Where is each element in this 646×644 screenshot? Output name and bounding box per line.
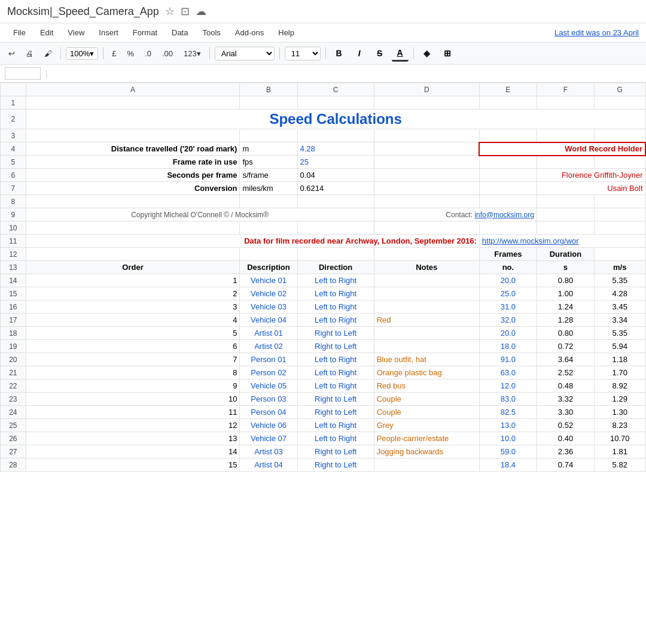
cell-unit-spf[interactable]: s/frame: [240, 169, 297, 182]
col-header-duration-s[interactable]: s: [537, 261, 594, 274]
cell-duration[interactable]: 0.72: [537, 340, 594, 353]
fill-color-button[interactable]: ◈: [419, 45, 435, 62]
cell-dir[interactable]: Right to Left: [297, 327, 374, 340]
cell-dir[interactable]: Right to Left: [297, 340, 374, 353]
cell-order[interactable]: 7: [26, 353, 240, 366]
cell-label-framerate[interactable]: Frame rate in use: [26, 156, 240, 169]
cell-d6[interactable]: [374, 169, 479, 182]
cell-dir[interactable]: Right to Left: [297, 406, 374, 419]
print-button[interactable]: 🖨: [22, 47, 37, 60]
cell-desc[interactable]: Vehicle 04: [240, 314, 297, 327]
decimal-down-button[interactable]: .0: [141, 47, 155, 60]
cell-c3[interactable]: [297, 129, 374, 142]
cell-dir[interactable]: Left to Right: [297, 419, 374, 432]
cell-d4[interactable]: [374, 142, 479, 156]
cell-duration-header[interactable]: Duration: [537, 248, 594, 261]
cell-b3[interactable]: [240, 129, 297, 142]
cell-unit-conversion[interactable]: miles/km: [240, 182, 297, 195]
cell-frames[interactable]: 63.0: [479, 366, 537, 379]
cell-notes[interactable]: [374, 300, 479, 314]
col-header-b[interactable]: B: [240, 83, 297, 96]
cell-g10[interactable]: [595, 221, 645, 235]
cell-speed[interactable]: 5.94: [595, 340, 645, 353]
cell-duration[interactable]: 1.24: [537, 300, 594, 314]
cell-b12[interactable]: [240, 248, 297, 261]
cell-desc[interactable]: Person 04: [240, 406, 297, 419]
page-title[interactable]: Speed Calculations: [26, 110, 645, 129]
cell-notes[interactable]: Couple: [374, 393, 479, 406]
cell-dir[interactable]: Right to Left: [297, 458, 374, 472]
col-header-notes[interactable]: Notes: [374, 261, 479, 274]
cell-dir[interactable]: Left to Right: [297, 379, 374, 393]
cell-d1[interactable]: [374, 96, 479, 110]
cell-copyright[interactable]: Copyright Micheál O'Connell © / Mocksim®: [26, 208, 374, 221]
cell-notes[interactable]: Red: [374, 314, 479, 327]
cell-dir[interactable]: Left to Right: [297, 314, 374, 327]
cell-dir[interactable]: Right to Left: [297, 445, 374, 458]
cell-duration[interactable]: 1.28: [537, 314, 594, 327]
cell-e6[interactable]: [479, 169, 537, 182]
cell-d10[interactable]: [374, 221, 479, 235]
menu-data[interactable]: Data: [166, 26, 194, 40]
cell-frames[interactable]: 20.0: [479, 327, 537, 340]
number-format-button[interactable]: 123▾: [180, 47, 205, 60]
cell-notes[interactable]: Red bus: [374, 379, 479, 393]
cell-frames[interactable]: 59.0: [479, 445, 537, 458]
cell-speed[interactable]: 5.82: [595, 458, 645, 472]
menu-addons[interactable]: Add-ons: [229, 26, 270, 40]
cell-d5[interactable]: [374, 156, 479, 169]
cell-dir[interactable]: Left to Right: [297, 300, 374, 314]
cell-d3[interactable]: [374, 129, 479, 142]
cell-f3[interactable]: [537, 129, 594, 142]
col-header-frames-no[interactable]: no.: [479, 261, 537, 274]
cell-val-conversion[interactable]: 0.6214: [297, 182, 374, 195]
cell-duration[interactable]: 0.74: [537, 458, 594, 472]
cell-frames[interactable]: 31.0: [479, 300, 537, 314]
font-size-select[interactable]: 11: [285, 47, 321, 60]
cell-speed[interactable]: 5.35: [595, 327, 645, 340]
cell-order[interactable]: 1: [26, 274, 240, 287]
last-edit-link[interactable]: Last edit was on 23 April: [554, 28, 639, 37]
cell-speed[interactable]: 4.28: [595, 287, 645, 300]
menu-edit[interactable]: Edit: [34, 26, 59, 40]
cell-dir[interactable]: Left to Right: [297, 274, 374, 287]
cell-order[interactable]: 15: [26, 458, 240, 472]
cell-speed[interactable]: 1.70: [595, 366, 645, 379]
cell-speed[interactable]: 1.29: [595, 393, 645, 406]
cell-speed[interactable]: 8.23: [595, 419, 645, 432]
cell-duration[interactable]: 3.32: [537, 393, 594, 406]
cell-speed[interactable]: 10.70: [595, 432, 645, 445]
cell-world-name2[interactable]: Usain Bolt: [537, 182, 645, 195]
cell-notes[interactable]: Orange plastic bag: [374, 366, 479, 379]
cell-label-conversion[interactable]: Conversion: [26, 182, 240, 195]
cell-order[interactable]: 14: [26, 445, 240, 458]
cell-order[interactable]: 11: [26, 406, 240, 419]
percent-button[interactable]: %: [123, 47, 138, 60]
currency-button[interactable]: £: [108, 47, 120, 60]
cell-e10[interactable]: [479, 221, 537, 235]
cell-order[interactable]: 10: [26, 393, 240, 406]
cell-reference-input[interactable]: [5, 67, 41, 80]
cell-frames[interactable]: 18.0: [479, 340, 537, 353]
cell-unit-framerate[interactable]: fps: [240, 156, 297, 169]
col-header-order[interactable]: Order: [26, 261, 240, 274]
col-header-e[interactable]: E: [479, 83, 537, 96]
zoom-dropdown-icon[interactable]: ▾: [90, 49, 94, 58]
cell-world-name1[interactable]: Florence Griffith-Joyner: [537, 169, 645, 182]
cell-frames[interactable]: 32.0: [479, 314, 537, 327]
cell-frames[interactable]: 83.0: [479, 393, 537, 406]
cell-notes[interactable]: Couple: [374, 406, 479, 419]
cell-desc[interactable]: Vehicle 06: [240, 419, 297, 432]
cell-duration[interactable]: 2.36: [537, 445, 594, 458]
cell-g3[interactable]: [595, 129, 645, 142]
cell-g12[interactable]: [595, 248, 645, 261]
cell-dir[interactable]: Left to Right: [297, 366, 374, 379]
col-header-direction[interactable]: Direction: [297, 261, 374, 274]
cell-desc[interactable]: Vehicle 07: [240, 432, 297, 445]
cell-g8[interactable]: [595, 195, 645, 208]
undo-button[interactable]: ↩: [5, 47, 19, 60]
cell-frames[interactable]: 20.0: [479, 274, 537, 287]
cell-e7[interactable]: [479, 182, 537, 195]
cell-film-data[interactable]: Data for film recorded near Archway, Lon…: [26, 235, 479, 248]
menu-view[interactable]: View: [62, 26, 90, 40]
